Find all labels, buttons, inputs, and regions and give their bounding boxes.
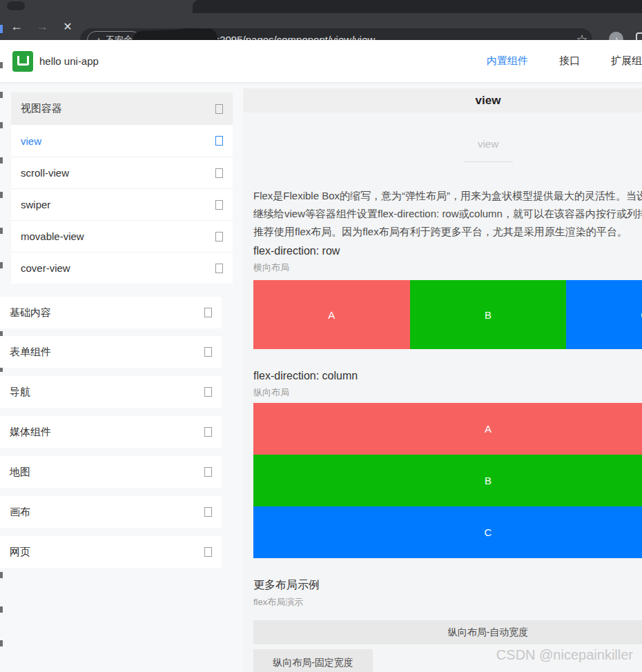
description-paragraph: Flex是Flexible Box的缩写，意为“弹性布局”，用来为盒状模型提供最… bbox=[253, 187, 642, 241]
placeholder-glyph-icon bbox=[204, 427, 212, 437]
placeholder-glyph-icon bbox=[204, 507, 212, 517]
sidebar-item-swiper[interactable]: swiper bbox=[11, 188, 233, 220]
sidebar-category-label: 网页 bbox=[10, 546, 30, 559]
site-header: hello uni-app 内置组件 接口 扩展组件 bbox=[0, 40, 642, 83]
sidebar: 视图容器 view scroll-view swiper movable-vie… bbox=[11, 92, 233, 284]
flex-box-b: B bbox=[410, 280, 567, 349]
section-row-subtitle: 横向布局 bbox=[253, 261, 289, 274]
uni-app-logo bbox=[12, 51, 33, 72]
edge-artifact bbox=[0, 262, 3, 268]
forward-icon[interactable]: → bbox=[33, 13, 51, 40]
description-line: 推荐使用flex布局。因为flex布局有利于跨更多平台，尤其是采用原生渲染的平台… bbox=[253, 223, 642, 241]
sidebar-category-media-components[interactable]: 媒体组件 bbox=[0, 416, 222, 448]
edge-artifact bbox=[0, 92, 3, 98]
page-subtitle-underline bbox=[463, 161, 513, 162]
edge-artifact bbox=[0, 606, 3, 613]
sidebar-group-label: 视图容器 bbox=[21, 102, 62, 115]
placeholder-glyph-icon bbox=[215, 232, 223, 241]
placeholder-glyph-icon bbox=[215, 200, 223, 210]
button-vertical-fixed-width[interactable]: 纵向布局-固定宽度 bbox=[253, 649, 373, 672]
nav-extended-components[interactable]: 扩展组件 bbox=[611, 55, 642, 68]
flex-box-c: C bbox=[253, 506, 642, 558]
browser-tab-strip bbox=[0, 0, 642, 13]
sidebar-category-navigation[interactable]: 导航 bbox=[0, 376, 222, 408]
sidebar-item-view[interactable]: view bbox=[11, 125, 233, 157]
tab-fragment[interactable] bbox=[7, 1, 25, 10]
sidebar-category-map[interactable]: 地图 bbox=[0, 456, 222, 488]
flex-box-a: A bbox=[253, 280, 410, 349]
flex-box-a: A bbox=[253, 403, 642, 455]
edge-artifact bbox=[0, 25, 3, 33]
placeholder-glyph-icon bbox=[215, 264, 223, 273]
button-vertical-auto-width[interactable]: 纵向布局-自动宽度 bbox=[253, 620, 642, 644]
sidebar-category-web-view[interactable]: 网页 bbox=[0, 536, 222, 568]
uni-app-logo-glyph bbox=[17, 56, 29, 66]
edge-artifact bbox=[0, 157, 3, 164]
section-more-subtitle: flex布局演示 bbox=[253, 596, 303, 609]
placeholder-glyph-icon bbox=[215, 136, 223, 146]
description-line: 继续给view等容器组件设置flex-direction: row或column… bbox=[253, 205, 642, 223]
flex-box-c: C bbox=[566, 280, 642, 349]
flex-column-demo: A B C bbox=[253, 403, 642, 558]
sidebar-item-label: cover-view bbox=[21, 262, 70, 274]
section-more-title: 更多布局示例 bbox=[253, 578, 320, 593]
sidebar-category-label: 画布 bbox=[10, 506, 30, 519]
edge-artifact bbox=[0, 228, 3, 234]
site-title: hello uni-app bbox=[39, 40, 99, 82]
sidebar-item-label: scroll-view bbox=[21, 167, 69, 179]
browser-toolbar: ← → ✕ △ 不安全 :2095/pages/component/view/v… bbox=[0, 13, 642, 40]
placeholder-glyph-icon bbox=[204, 347, 212, 357]
section-column-subtitle: 纵向布局 bbox=[253, 386, 289, 399]
nav-builtin-components[interactable]: 内置组件 bbox=[487, 55, 528, 68]
section-column-title: flex-direction: column bbox=[253, 370, 358, 382]
edge-artifact bbox=[0, 640, 3, 646]
sidebar-category-label: 媒体组件 bbox=[10, 426, 51, 439]
placeholder-glyph-icon bbox=[204, 547, 212, 557]
nav-api[interactable]: 接口 bbox=[559, 55, 580, 68]
sidebar-item-scroll-view[interactable]: scroll-view bbox=[11, 157, 233, 188]
sidebar-category-form-components[interactable]: 表单组件 bbox=[0, 336, 222, 368]
placeholder-glyph-icon bbox=[204, 467, 212, 477]
placeholder-glyph-icon bbox=[204, 387, 212, 397]
description-line: Flex是Flexible Box的缩写，意为“弹性布局”，用来为盒状模型提供最… bbox=[253, 187, 642, 205]
flex-box-b: B bbox=[253, 455, 642, 506]
section-row-title: flex-direction: row bbox=[253, 245, 340, 257]
page-subtitle: view bbox=[243, 138, 642, 150]
sidebar-group-view-containers[interactable]: 视图容器 bbox=[11, 92, 233, 125]
sidebar-category-label: 导航 bbox=[10, 386, 30, 399]
edge-artifact bbox=[0, 122, 3, 128]
sidebar-category-label: 地图 bbox=[10, 466, 30, 479]
sidebar-category-canvas[interactable]: 画布 bbox=[0, 496, 222, 528]
placeholder-glyph-icon bbox=[215, 168, 223, 178]
sidebar-category-label: 表单组件 bbox=[10, 346, 51, 359]
page-title: view bbox=[243, 88, 642, 112]
flex-row-demo: A B C bbox=[253, 280, 642, 349]
tab-strip-background bbox=[193, 0, 642, 13]
back-icon[interactable]: ← bbox=[8, 13, 26, 40]
sidebar-item-cover-view[interactable]: cover-view bbox=[11, 252, 233, 284]
edge-artifact bbox=[0, 572, 3, 578]
sidebar-category-basic-content[interactable]: 基础内容 bbox=[0, 297, 222, 328]
sidebar-category-label: 基础内容 bbox=[10, 306, 51, 319]
sidebar-item-label: movable-view bbox=[21, 230, 84, 242]
sidebar-item-label: view bbox=[21, 135, 41, 147]
sidebar-item-movable-view[interactable]: movable-view bbox=[11, 220, 233, 252]
stop-icon[interactable]: ✕ bbox=[59, 13, 77, 40]
placeholder-glyph-icon bbox=[215, 104, 223, 114]
main-content: view view Flex是Flexible Box的缩写，意为“弹性布局”，… bbox=[243, 88, 642, 672]
site-nav: 内置组件 接口 扩展组件 bbox=[487, 40, 642, 82]
sidebar-item-label: swiper bbox=[21, 199, 50, 210]
edge-artifact bbox=[0, 192, 3, 198]
edge-artifact bbox=[0, 62, 3, 68]
csdn-watermark: CSDN @nicepainkiller bbox=[496, 647, 633, 663]
placeholder-glyph-icon bbox=[204, 308, 212, 317]
